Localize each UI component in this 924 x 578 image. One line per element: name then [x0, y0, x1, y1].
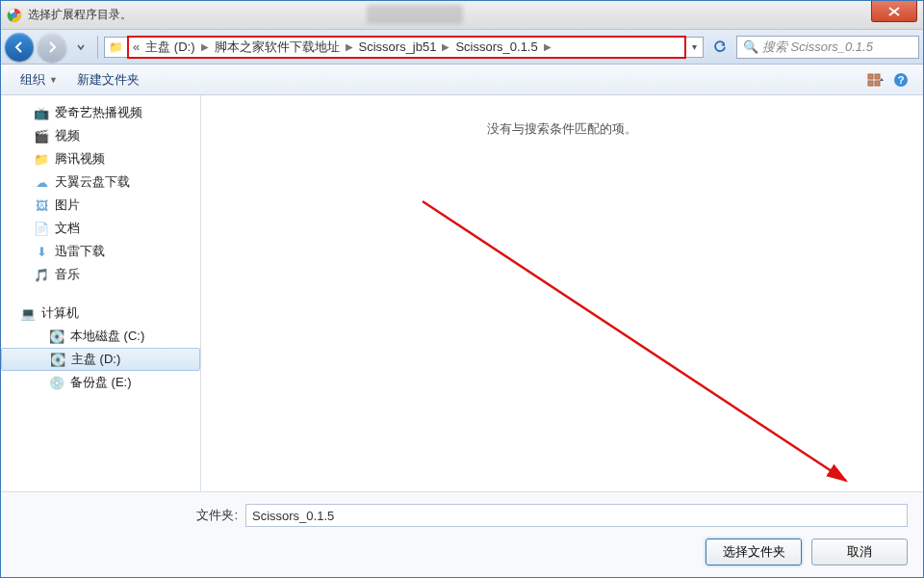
- item-icon: ☁: [34, 174, 49, 190]
- close-button[interactable]: [871, 1, 917, 22]
- item-icon: 🖼: [34, 197, 49, 213]
- chevron-down-icon: ▼: [49, 75, 58, 85]
- folder-name-input[interactable]: [245, 504, 908, 527]
- new-folder-button[interactable]: 新建文件夹: [67, 67, 149, 92]
- drive-label: 主盘 (D:): [71, 351, 120, 368]
- new-folder-label: 新建文件夹: [77, 71, 140, 89]
- item-label: 音乐: [55, 266, 80, 283]
- drive-label: 本地磁盘 (C:): [70, 328, 144, 345]
- svg-rect-4: [868, 81, 873, 86]
- address-bar-wrap: 📁 « 主盘 (D:) ▶ 脚本之家软件下载地址 ▶ Scissors_jb51…: [104, 36, 704, 59]
- svg-rect-2: [868, 74, 873, 79]
- chevron-right-icon: ▶: [344, 41, 355, 52]
- sidebar-shortcut-2[interactable]: 📁腾讯视频: [1, 147, 200, 171]
- svg-rect-3: [875, 74, 880, 79]
- drive-icon: 💽: [49, 328, 64, 344]
- address-dropdown[interactable]: ▾: [686, 37, 704, 58]
- svg-rect-5: [875, 81, 880, 86]
- search-placeholder: 搜索 Scissors_0.1.5: [762, 39, 873, 56]
- prefix-chevrons: «: [133, 39, 140, 54]
- toolbar: 组织 ▼ 新建文件夹 ?: [1, 65, 923, 95]
- empty-message: 没有与搜索条件匹配的项。: [487, 120, 637, 138]
- item-label: 腾讯视频: [55, 150, 105, 168]
- organize-menu[interactable]: 组织 ▼: [11, 67, 67, 92]
- sidebar-shortcut-6[interactable]: ⬇迅雷下载: [1, 240, 200, 263]
- drive-label: 备份盘 (E:): [70, 374, 132, 391]
- history-dropdown[interactable]: [70, 37, 91, 58]
- breadcrumb-0[interactable]: 主盘 (D:): [141, 39, 198, 56]
- cancel-button[interactable]: 取消: [811, 539, 908, 565]
- item-label: 天翼云盘下载: [55, 173, 130, 191]
- sidebar-shortcut-4[interactable]: 🖼图片: [1, 194, 200, 217]
- navigation-bar: 📁 « 主盘 (D:) ▶ 脚本之家软件下载地址 ▶ Scissors_jb51…: [1, 30, 923, 65]
- blurred-region: [367, 5, 463, 24]
- item-icon: ⬇: [34, 244, 49, 259]
- sidebar-shortcut-5[interactable]: 📄文档: [1, 217, 200, 240]
- select-folder-button[interactable]: 选择文件夹: [706, 539, 802, 565]
- titlebar: 选择扩展程序目录。: [1, 1, 923, 30]
- button-row: 选择文件夹 取消: [16, 539, 908, 565]
- item-label: 图片: [55, 197, 80, 214]
- item-label: 迅雷下载: [55, 243, 105, 260]
- item-label: 爱奇艺热播视频: [55, 104, 142, 121]
- item-icon: 🎵: [34, 267, 49, 282]
- drive-item-2[interactable]: 💿备份盘 (E:): [1, 371, 200, 394]
- address-bar[interactable]: « 主盘 (D:) ▶ 脚本之家软件下载地址 ▶ Scissors_jb51 ▶…: [127, 36, 686, 59]
- sidebar-shortcut-1[interactable]: 🎬视频: [1, 124, 200, 147]
- item-icon: 🎬: [34, 128, 49, 144]
- sidebar: 📺爱奇艺热播视频🎬视频📁腾讯视频☁天翼云盘下载🖼图片📄文档⬇迅雷下载🎵音乐 💻 …: [1, 95, 201, 491]
- content-pane[interactable]: 没有与搜索条件匹配的项。: [201, 95, 923, 491]
- computer-label: 计算机: [41, 304, 79, 322]
- folder-icon[interactable]: 📁: [104, 37, 127, 58]
- main-area: 📺爱奇艺热播视频🎬视频📁腾讯视频☁天翼云盘下载🖼图片📄文档⬇迅雷下载🎵音乐 💻 …: [1, 95, 923, 491]
- chrome-icon: [7, 8, 22, 23]
- forward-button: [38, 33, 66, 62]
- sidebar-shortcut-3[interactable]: ☁天翼云盘下载: [1, 171, 200, 194]
- item-icon: 📄: [34, 221, 49, 236]
- svg-line-8: [423, 201, 846, 481]
- sidebar-shortcut-7[interactable]: 🎵音乐: [1, 263, 200, 286]
- item-icon: 📺: [34, 105, 49, 120]
- organize-label: 组织: [20, 71, 45, 89]
- view-options-button[interactable]: [863, 69, 888, 91]
- folder-label: 文件夹:: [16, 507, 238, 524]
- item-label: 视频: [55, 127, 80, 144]
- sidebar-shortcut-0[interactable]: 📺爱奇艺热播视频: [1, 101, 200, 124]
- drive-item-0[interactable]: 💽本地磁盘 (C:): [1, 325, 200, 348]
- annotation-arrow: [374, 192, 913, 500]
- separator: [97, 36, 98, 59]
- drive-item-1[interactable]: 💽主盘 (D:): [1, 348, 200, 371]
- svg-text:?: ?: [898, 74, 905, 86]
- help-button[interactable]: ?: [888, 69, 913, 91]
- computer-node[interactable]: 💻 计算机: [1, 302, 200, 325]
- dialog-window: 选择扩展程序目录。 📁 « 主盘 (D:) ▶ 脚本之家软件下载地址 ▶: [0, 0, 924, 578]
- breadcrumb-3[interactable]: Scissors_0.1.5: [451, 39, 541, 54]
- drive-icon: 💽: [50, 352, 65, 367]
- footer: 文件夹: 选择文件夹 取消: [1, 491, 923, 577]
- back-button[interactable]: [5, 33, 34, 62]
- refresh-button[interactable]: [709, 37, 731, 58]
- breadcrumb-2[interactable]: Scissors_jb51: [355, 39, 441, 54]
- item-icon: 📁: [34, 151, 49, 167]
- chevron-right-icon: ▶: [440, 41, 451, 52]
- search-input[interactable]: 🔍 搜索 Scissors_0.1.5: [736, 36, 919, 59]
- search-icon: 🔍: [743, 39, 758, 54]
- drive-icon: 💿: [49, 375, 64, 390]
- item-label: 文档: [55, 220, 80, 237]
- chevron-right-icon: ▶: [199, 41, 211, 52]
- chevron-right-icon: ▶: [542, 41, 553, 52]
- window-buttons: [871, 1, 923, 29]
- computer-icon: 💻: [20, 305, 36, 321]
- folder-row: 文件夹:: [16, 504, 908, 527]
- breadcrumb-1[interactable]: 脚本之家软件下载地址: [211, 39, 344, 56]
